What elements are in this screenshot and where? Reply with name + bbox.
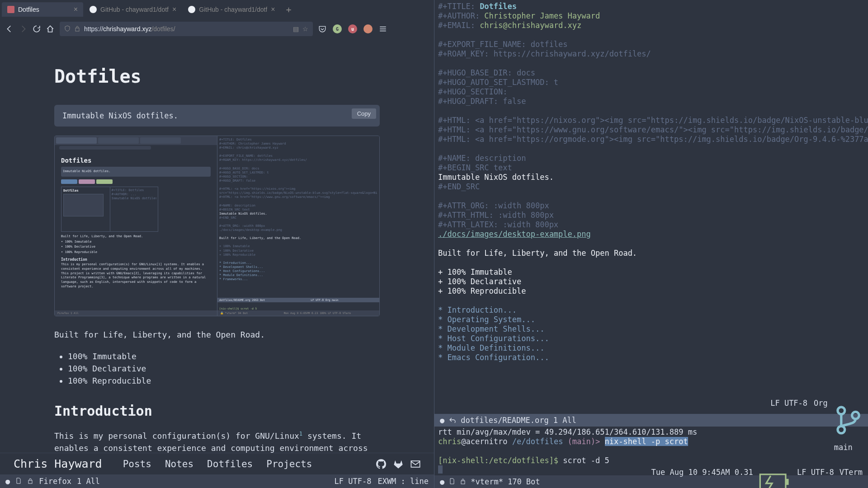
tab-close-icon[interactable]: × (271, 5, 275, 14)
browser-nav-bar: https://chrishayward.xyz/dotfiles/ ▤ ☆ G… (0, 19, 434, 39)
position: 1 All (553, 416, 576, 425)
position: 1 All (77, 477, 100, 486)
pocket-icon[interactable] (318, 25, 326, 33)
position: 170 Bot (508, 477, 540, 486)
undo-icon (449, 416, 456, 425)
list-item: 100% Declarative (68, 362, 380, 375)
forward-icon[interactable] (19, 25, 27, 33)
svg-rect-2 (28, 480, 32, 483)
back-icon[interactable] (5, 25, 14, 33)
buffer-name: Firefox (39, 477, 71, 486)
modeline-circle-icon: ● (440, 477, 444, 486)
new-tab-button[interactable]: + (282, 2, 296, 17)
encoding: LF UTF-8 (797, 468, 834, 488)
reload-icon[interactable] (33, 25, 41, 33)
gitlab-icon[interactable] (393, 459, 403, 469)
nav-dotfiles[interactable]: Dotfiles (207, 459, 253, 469)
github-icon (188, 6, 195, 13)
code-block: Immutable NixOS dotfiles. Copy (54, 105, 380, 127)
lock-icon[interactable] (74, 25, 80, 33)
home-icon[interactable] (46, 25, 54, 33)
shield-icon[interactable] (64, 25, 71, 33)
tab-title: GitHub - chayward1/dotf (199, 6, 267, 13)
terminal-output (438, 446, 864, 456)
page-content[interactable]: Dotfiles Immutable NixOS dotfiles. Copy … (0, 39, 434, 453)
encoding: LF UTF-8 (335, 477, 372, 486)
svg-rect-6 (461, 481, 465, 484)
url-text: https://chrishayward.xyz/dotfiles/ (84, 25, 289, 33)
terminal-prompt: chris@acernitro /e/dotfiles (main)> nix-… (438, 437, 864, 446)
feature-list: 100% Immutable 100% Declarative 100% Rep… (54, 350, 380, 387)
intro-body: This is my personal configuration(s) for… (54, 430, 380, 453)
major-mode: VTerm (840, 468, 863, 488)
emacs-editor[interactable]: #+TITLE: Dotfiles#+AUTHOR: Christopher J… (434, 0, 868, 414)
emacs-modeline-right: ● dotfiles/README.org 1 All LF UTF-8 Org… (434, 414, 868, 427)
file-icon (15, 477, 22, 486)
svg-rect-0 (75, 28, 79, 31)
browser-tab-dotfiles[interactable]: Dotfiles × (2, 2, 83, 17)
emacs-modeline-left: ● Firefox 1 All LF UTF-8 EXWM : line (0, 474, 434, 488)
tab-close-icon[interactable]: × (172, 5, 176, 14)
tagline: Built for Life, Liberty, and the Open Ro… (54, 330, 380, 339)
ublock-icon[interactable]: u (348, 24, 357, 33)
browser-tab-github-1[interactable]: GitHub - chayward1/dotf × (84, 2, 182, 17)
nav-projects[interactable]: Projects (266, 459, 312, 469)
lock-icon (460, 477, 466, 486)
svg-rect-7 (760, 474, 786, 488)
emacs-modeline-vterm: ● *vterm* 170 Bot Tue Aug 10 9:45AM 0.31… (434, 475, 868, 488)
file-icon (449, 477, 455, 486)
site-nav: Chris Hayward Posts Notes Dotfiles Proje… (0, 453, 434, 474)
page-title: Dotfiles (54, 66, 380, 87)
svg-rect-8 (786, 479, 789, 484)
major-mode: EXWM : line (377, 477, 429, 486)
desktop-screenshot-preview: Dotfiles Immutable NixOS dotfiles. Dotfi… (54, 136, 380, 316)
svg-point-5 (852, 412, 859, 419)
url-bar[interactable]: https://chrishayward.xyz/dotfiles/ ▤ ☆ (60, 22, 313, 36)
buffer-name: *vterm* (471, 477, 503, 486)
email-icon[interactable] (410, 459, 420, 469)
extension-orange-icon[interactable] (363, 24, 373, 33)
site-name[interactable]: Chris Hayward (14, 457, 102, 470)
nav-posts[interactable]: Posts (123, 459, 151, 469)
svg-point-3 (838, 407, 845, 414)
extension-green-icon[interactable]: G (333, 24, 342, 33)
file-path: dotfiles/README.org (461, 416, 548, 425)
tab-title: GitHub - chayward1/dotf (100, 6, 169, 13)
favicon-icon (7, 6, 14, 13)
browser-tab-bar: Dotfiles × GitHub - chayward1/dotf × Git… (0, 0, 434, 19)
intro-heading: Introduction (54, 403, 380, 419)
svg-rect-1 (411, 461, 420, 467)
tab-title: Dotfiles (18, 6, 70, 13)
list-item: 100% Immutable (68, 350, 380, 362)
reader-icon[interactable]: ▤ (293, 25, 299, 33)
menu-icon[interactable] (379, 25, 387, 33)
extension-icons: G u (318, 24, 387, 33)
cursor (438, 465, 443, 474)
modeline-circle-icon: ● (440, 416, 444, 425)
bookmark-icon[interactable]: ☆ (302, 25, 308, 33)
browser-tab-github-2[interactable]: GitHub - chayward1/dotf × (183, 2, 280, 17)
terminal-prompt: [nix-shell:/etc/dotfiles]$ scrot -d 5 (438, 456, 864, 465)
list-item: 100% Reproducible (68, 375, 380, 387)
terminal-output: rtt min/avg/max/mdev = 49.294/186.651/36… (438, 427, 864, 437)
github-icon[interactable] (376, 459, 386, 469)
modeline-circle-icon: ● (5, 477, 10, 486)
tab-close-icon[interactable]: × (74, 5, 78, 14)
github-icon (90, 6, 97, 13)
nav-notes[interactable]: Notes (165, 459, 193, 469)
copy-button[interactable]: Copy (352, 108, 376, 119)
battery-icon: 100% (759, 468, 792, 488)
lock-icon (27, 477, 33, 486)
time: Tue Aug 10 9:45AM 0.31 (651, 468, 753, 488)
